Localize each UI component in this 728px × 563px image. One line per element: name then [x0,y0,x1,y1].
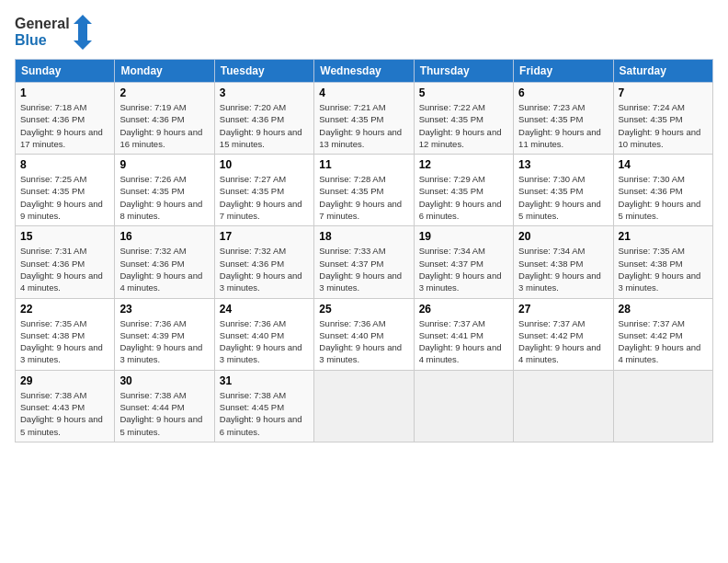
day-info: Sunrise: 7:20 AMSunset: 4:36 PMDaylight:… [220,101,309,150]
calendar-day-cell: 21Sunrise: 7:35 AMSunset: 4:38 PMDayligh… [613,226,712,298]
day-info: Sunrise: 7:30 AMSunset: 4:36 PMDaylight:… [619,173,708,222]
day-info: Sunrise: 7:26 AMSunset: 4:35 PMDaylight:… [119,173,209,222]
day-number: 10 [220,158,309,171]
calendar-day-cell: 25Sunrise: 7:36 AMSunset: 4:40 PMDayligh… [314,298,414,370]
logo-blue-text: Blue [15,32,70,49]
calendar-week-row: 1Sunrise: 7:18 AMSunset: 4:36 PMDaylight… [16,83,713,155]
day-number: 6 [518,86,608,99]
calendar-day-cell: 30Sunrise: 7:38 AMSunset: 4:44 PMDayligh… [115,370,214,442]
day-info: Sunrise: 7:35 AMSunset: 4:38 PMDaylight:… [619,245,708,293]
calendar-day-cell: 27Sunrise: 7:37 AMSunset: 4:42 PMDayligh… [514,298,613,370]
day-number: 26 [419,303,508,316]
calendar-day-cell: 6Sunrise: 7:23 AMSunset: 4:35 PMDaylight… [514,83,613,155]
day-number: 25 [319,303,408,316]
day-info: Sunrise: 7:36 AMSunset: 4:39 PMDaylight:… [119,317,209,366]
calendar-day-cell: 19Sunrise: 7:34 AMSunset: 4:37 PMDayligh… [414,226,513,298]
calendar-day-cell: 15Sunrise: 7:31 AMSunset: 4:36 PMDayligh… [16,226,115,298]
day-info: Sunrise: 7:33 AMSunset: 4:37 PMDaylight:… [319,245,408,293]
day-info: Sunrise: 7:36 AMSunset: 4:40 PMDaylight:… [319,317,408,366]
day-number: 15 [20,230,109,243]
day-number: 12 [419,158,508,171]
page-header: GeneralBlue [15,15,713,50]
day-number: 18 [319,230,408,243]
calendar-day-cell: 28Sunrise: 7:37 AMSunset: 4:42 PMDayligh… [613,298,712,370]
day-number: 22 [20,303,109,316]
day-info: Sunrise: 7:24 AMSunset: 4:35 PMDaylight:… [619,101,708,150]
day-info: Sunrise: 7:27 AMSunset: 4:35 PMDaylight:… [220,173,309,222]
calendar-week-row: 22Sunrise: 7:35 AMSunset: 4:38 PMDayligh… [16,298,713,370]
day-info: Sunrise: 7:28 AMSunset: 4:35 PMDaylight:… [319,173,408,222]
weekday-header: Saturday [613,60,712,83]
weekday-header: Monday [115,60,214,83]
calendar-week-row: 29Sunrise: 7:38 AMSunset: 4:43 PMDayligh… [16,370,713,442]
calendar-day-cell [613,370,712,442]
calendar-day-cell: 23Sunrise: 7:36 AMSunset: 4:39 PMDayligh… [115,298,214,370]
calendar-day-cell: 9Sunrise: 7:26 AMSunset: 4:35 PMDaylight… [115,155,214,226]
calendar-day-cell: 31Sunrise: 7:38 AMSunset: 4:45 PMDayligh… [214,370,313,442]
calendar-day-cell: 14Sunrise: 7:30 AMSunset: 4:36 PMDayligh… [613,155,712,226]
calendar-day-cell: 13Sunrise: 7:30 AMSunset: 4:35 PMDayligh… [514,155,613,226]
weekday-header: Thursday [414,60,513,83]
day-info: Sunrise: 7:37 AMSunset: 4:42 PMDaylight:… [518,317,608,366]
calendar-day-cell: 2Sunrise: 7:19 AMSunset: 4:36 PMDaylight… [115,83,214,155]
day-number: 13 [518,158,608,171]
logo-general-text: General [15,16,70,32]
calendar-day-cell: 22Sunrise: 7:35 AMSunset: 4:38 PMDayligh… [16,298,115,370]
day-number: 31 [220,374,309,387]
calendar-day-cell: 16Sunrise: 7:32 AMSunset: 4:36 PMDayligh… [115,226,214,298]
weekday-header: Tuesday [214,60,313,83]
calendar-day-cell [414,370,513,442]
day-number: 7 [619,86,708,99]
calendar-table: SundayMondayTuesdayWednesdayThursdayFrid… [15,59,713,442]
calendar-day-cell: 3Sunrise: 7:20 AMSunset: 4:36 PMDaylight… [214,83,313,155]
day-info: Sunrise: 7:37 AMSunset: 4:42 PMDaylight:… [619,317,708,366]
day-number: 23 [119,303,209,316]
day-info: Sunrise: 7:38 AMSunset: 4:45 PMDaylight:… [220,389,309,438]
day-number: 16 [119,230,209,243]
calendar-day-cell: 1Sunrise: 7:18 AMSunset: 4:36 PMDaylight… [16,83,115,155]
day-info: Sunrise: 7:19 AMSunset: 4:36 PMDaylight:… [119,101,209,150]
day-info: Sunrise: 7:21 AMSunset: 4:35 PMDaylight:… [319,101,408,150]
day-info: Sunrise: 7:34 AMSunset: 4:37 PMDaylight:… [419,245,508,293]
day-info: Sunrise: 7:29 AMSunset: 4:35 PMDaylight:… [419,173,508,222]
day-number: 19 [419,230,508,243]
day-number: 5 [419,86,508,99]
day-number: 28 [619,303,708,316]
weekday-header: Friday [514,60,613,83]
day-number: 2 [119,86,209,99]
day-info: Sunrise: 7:18 AMSunset: 4:36 PMDaylight:… [20,101,109,150]
day-info: Sunrise: 7:38 AMSunset: 4:43 PMDaylight:… [20,389,109,438]
day-number: 30 [119,374,209,387]
day-number: 14 [619,158,708,171]
day-info: Sunrise: 7:37 AMSunset: 4:41 PMDaylight:… [419,317,508,366]
calendar-day-cell: 7Sunrise: 7:24 AMSunset: 4:35 PMDaylight… [613,83,712,155]
day-number: 17 [220,230,309,243]
day-info: Sunrise: 7:31 AMSunset: 4:36 PMDaylight:… [20,245,109,293]
calendar-day-cell: 5Sunrise: 7:22 AMSunset: 4:35 PMDaylight… [414,83,513,155]
weekday-header: Wednesday [314,60,414,83]
calendar-day-cell: 10Sunrise: 7:27 AMSunset: 4:35 PMDayligh… [214,155,313,226]
day-info: Sunrise: 7:35 AMSunset: 4:38 PMDaylight:… [20,317,109,366]
day-info: Sunrise: 7:25 AMSunset: 4:35 PMDaylight:… [20,173,109,222]
day-info: Sunrise: 7:32 AMSunset: 4:36 PMDaylight:… [220,245,309,293]
day-number: 9 [119,158,209,171]
day-info: Sunrise: 7:32 AMSunset: 4:36 PMDaylight:… [119,245,209,293]
calendar-day-cell: 8Sunrise: 7:25 AMSunset: 4:35 PMDaylight… [16,155,115,226]
day-number: 4 [319,86,408,99]
day-info: Sunrise: 7:38 AMSunset: 4:44 PMDaylight:… [119,389,209,438]
logo: GeneralBlue [15,15,92,50]
calendar-day-cell: 29Sunrise: 7:38 AMSunset: 4:43 PMDayligh… [16,370,115,442]
calendar-week-row: 8Sunrise: 7:25 AMSunset: 4:35 PMDaylight… [16,155,713,226]
weekday-header: Sunday [16,60,115,83]
day-number: 20 [518,230,608,243]
day-info: Sunrise: 7:22 AMSunset: 4:35 PMDaylight:… [419,101,508,150]
day-number: 11 [319,158,408,171]
calendar-day-cell: 4Sunrise: 7:21 AMSunset: 4:35 PMDaylight… [314,83,414,155]
weekday-header-row: SundayMondayTuesdayWednesdayThursdayFrid… [16,60,713,83]
calendar-day-cell: 20Sunrise: 7:34 AMSunset: 4:38 PMDayligh… [514,226,613,298]
calendar-day-cell: 24Sunrise: 7:36 AMSunset: 4:40 PMDayligh… [214,298,313,370]
day-number: 3 [220,86,309,99]
day-number: 24 [220,303,309,316]
calendar-day-cell: 26Sunrise: 7:37 AMSunset: 4:41 PMDayligh… [414,298,513,370]
day-number: 1 [20,86,109,99]
